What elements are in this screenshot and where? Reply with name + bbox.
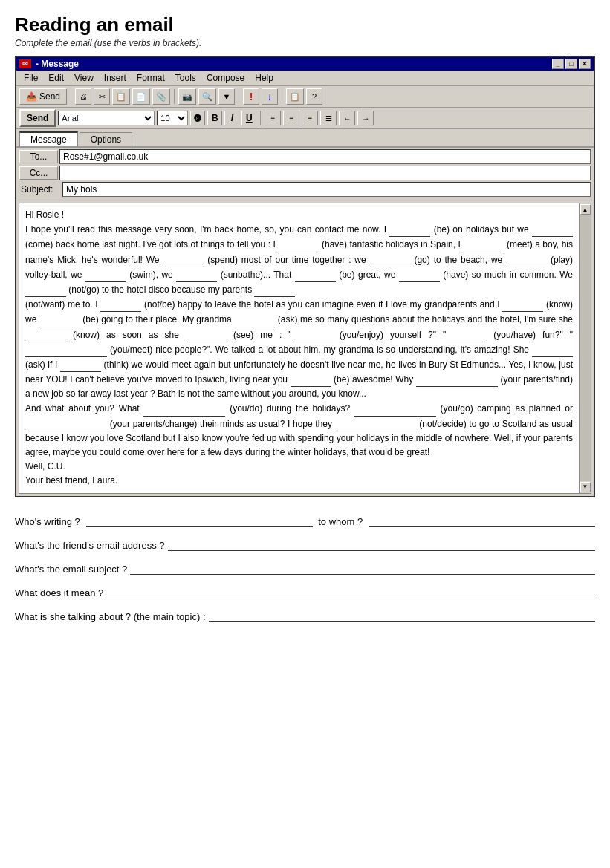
question-1-answer-left[interactable] (86, 514, 313, 527)
priority-low-button[interactable]: ↓ (262, 88, 278, 105)
question-1-answer-right[interactable] (369, 514, 595, 527)
blank-9[interactable] (176, 267, 217, 282)
subject-input[interactable] (62, 182, 591, 197)
menu-file[interactable]: File (19, 72, 42, 84)
print-button[interactable]: 🖨 (75, 88, 91, 105)
question-5-answer[interactable] (209, 609, 595, 622)
search-button[interactable]: 🔍 (198, 88, 216, 105)
page-title: Reading an email (15, 13, 595, 36)
blank-11[interactable] (399, 267, 440, 282)
font-selector[interactable]: Arial (58, 111, 155, 125)
question-5-row: What is she talking about ? (the main to… (15, 609, 595, 622)
font-color-button[interactable]: 🅐 (190, 111, 205, 125)
window-controls: _ □ ✕ (552, 59, 591, 69)
title-bar: ✉ - Message _ □ ✕ (16, 57, 594, 71)
question-4-answer[interactable] (106, 585, 595, 598)
minimize-button[interactable]: _ (552, 59, 564, 69)
blank-30[interactable] (335, 417, 417, 431)
tab-message[interactable]: Message (19, 131, 78, 146)
blank-7[interactable] (506, 252, 547, 267)
align-left-button[interactable]: ≡ (265, 111, 281, 125)
format-sep (260, 111, 261, 125)
underline-button[interactable]: U (241, 111, 256, 125)
blank-6[interactable] (370, 252, 411, 267)
email-signature: Your best friend, Laura. (25, 474, 573, 488)
scroll-up-button[interactable]: ▲ (580, 204, 591, 215)
menu-format[interactable]: Format (132, 72, 169, 84)
send-toolbar-button[interactable]: 📤 Send (19, 88, 67, 105)
blank-16[interactable] (39, 312, 80, 327)
question-2-answer[interactable] (168, 538, 596, 551)
scroll-down-button[interactable]: ▼ (580, 482, 591, 492)
blank-28[interactable] (354, 401, 436, 416)
menu-view[interactable]: View (70, 72, 98, 84)
scrollbar[interactable]: ▲ ▼ (579, 203, 591, 493)
blank-25[interactable] (291, 372, 331, 387)
window-title: - Message (36, 59, 552, 69)
to-button[interactable]: To... (19, 150, 58, 163)
attach-button[interactable]: 📎 (152, 88, 170, 105)
cc-field-row: Cc... (19, 166, 591, 180)
email-body[interactable]: Hi Rosie ! I hope you'll read this messa… (19, 203, 579, 493)
menu-compose[interactable]: Compose (202, 72, 249, 84)
blank-22[interactable] (25, 342, 107, 357)
align-right-button[interactable]: ≡ (302, 111, 318, 125)
subject-label: Subject: (19, 184, 62, 195)
blank-10[interactable] (295, 267, 336, 282)
menu-tools[interactable]: Tools (171, 72, 201, 84)
email-paragraph-1: I hope you'll read this message very soo… (25, 222, 573, 297)
close-button[interactable]: ✕ (579, 59, 591, 69)
blank-26[interactable] (416, 372, 498, 387)
align-center-button[interactable]: ≡ (283, 111, 299, 125)
help-button[interactable]: ? (306, 88, 322, 105)
paste-button[interactable]: 📄 (132, 88, 150, 105)
priority-high-button[interactable]: ! (243, 88, 259, 105)
cc-button[interactable]: Cc... (19, 166, 58, 180)
blank-24[interactable] (60, 357, 101, 372)
copy-button[interactable]: 📋 (112, 88, 130, 105)
blank-14[interactable] (100, 297, 141, 312)
menu-edit[interactable]: Edit (44, 72, 68, 84)
blank-27[interactable] (143, 401, 225, 416)
blank-29[interactable] (25, 417, 107, 431)
blank-17[interactable] (234, 312, 275, 327)
blank-5[interactable] (163, 252, 204, 267)
blank-8[interactable] (85, 267, 126, 282)
to-input[interactable] (59, 149, 591, 164)
tab-options[interactable]: Options (80, 132, 132, 146)
questions-section: Who's writing ? to whom ? What's the fri… (15, 511, 595, 636)
blank-19[interactable] (186, 327, 227, 342)
menu-bar: File Edit View Insert Format Tools Compo… (16, 71, 594, 86)
blank-20[interactable] (292, 327, 333, 342)
cc-input[interactable] (59, 166, 591, 180)
blank-13[interactable] (254, 282, 295, 297)
blank-1[interactable] (389, 222, 430, 237)
blank-4[interactable] (463, 237, 504, 252)
blank-2[interactable] (532, 222, 573, 237)
blank-3[interactable] (278, 237, 319, 252)
menu-insert[interactable]: Insert (100, 72, 131, 84)
cut-button[interactable]: ✂ (94, 88, 110, 105)
scroll-track[interactable] (580, 215, 591, 481)
toolbar-separator-2 (174, 89, 175, 104)
menu-help[interactable]: Help (250, 72, 278, 84)
options-button[interactable]: 📋 (286, 88, 304, 105)
toolbar-separator-1 (71, 89, 71, 104)
format-send-button[interactable]: Send (19, 109, 56, 127)
blank-15[interactable] (502, 297, 543, 312)
blank-23[interactable] (532, 342, 573, 357)
blank-21[interactable] (446, 327, 487, 342)
italic-button[interactable]: I (224, 111, 239, 125)
bold-button[interactable]: B (207, 111, 222, 125)
indent-more-button[interactable]: → (357, 111, 374, 125)
bullet-button[interactable]: ☰ (320, 111, 337, 125)
question-3-answer[interactable] (130, 561, 595, 575)
indent-less-button[interactable]: ← (339, 111, 355, 125)
size-selector[interactable]: 10 (157, 111, 188, 125)
dropdown-button[interactable]: ▼ (218, 88, 235, 105)
camera-button[interactable]: 📷 (178, 88, 196, 105)
blank-12[interactable] (25, 282, 66, 297)
to-field-row: To... (19, 149, 591, 164)
blank-18[interactable] (25, 327, 66, 342)
maximize-button[interactable]: □ (565, 59, 577, 69)
